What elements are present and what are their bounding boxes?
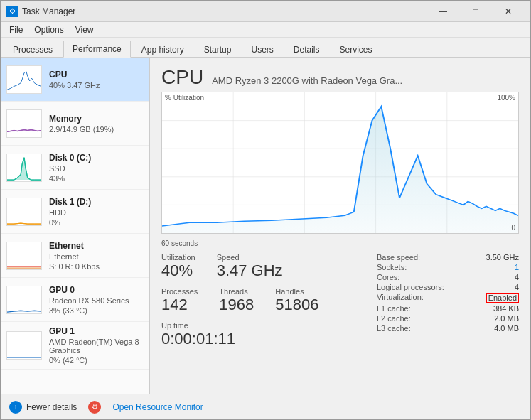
- virtualization-label: Virtualization:: [377, 293, 424, 303]
- fewer-details-button[interactable]: ↑ Fewer details: [9, 401, 77, 414]
- cores-row: Cores: 4: [377, 273, 519, 281]
- menu-options[interactable]: Options: [28, 23, 69, 36]
- sidebar-item-disk0[interactable]: Disk 0 (C:) SSD 43%: [1, 146, 149, 190]
- maximize-button[interactable]: □: [459, 1, 492, 22]
- tab-bar: Processes Performance App history Startu…: [1, 38, 530, 58]
- disk0-detail1: SSD: [49, 164, 144, 173]
- svg-rect-4: [7, 242, 41, 269]
- ethernet-label: Ethernet: [49, 241, 144, 251]
- tab-startup[interactable]: Startup: [195, 41, 241, 58]
- virtualization-value: Enabled: [486, 293, 519, 303]
- menu-file[interactable]: File: [4, 23, 28, 36]
- disk0-info: Disk 0 (C:) SSD 43%: [49, 153, 144, 183]
- l1-value: 384 KB: [493, 304, 519, 313]
- content-area: CPU 40% 3.47 GHz Memory 2.9/14.9 GB (19%…: [1, 58, 530, 394]
- memory-info: Memory 2.9/14.9 GB (19%): [49, 114, 144, 134]
- handles-label: Handles: [275, 287, 318, 296]
- virtualization-row: Virtualization: Enabled: [377, 293, 519, 303]
- gpu1-label: GPU 1: [49, 326, 144, 336]
- base-speed-label: Base speed:: [377, 253, 420, 262]
- tab-details[interactable]: Details: [284, 41, 329, 58]
- sidebar-item-memory[interactable]: Memory 2.9/14.9 GB (19%): [1, 102, 149, 146]
- fewer-details-icon: ↑: [9, 401, 22, 414]
- disk1-thumbnail: [6, 198, 42, 226]
- disk0-label: Disk 0 (C:): [49, 153, 144, 163]
- stats-row-1: Utilization 40% Speed 3.47 GHz: [161, 253, 377, 280]
- disk1-info: Disk 1 (D:) HDD 0%: [49, 197, 144, 227]
- window-title: Task Manager: [22, 6, 427, 16]
- tab-app-history[interactable]: App history: [132, 41, 193, 58]
- svg-marker-18: [162, 107, 518, 233]
- tab-performance[interactable]: Performance: [63, 41, 131, 58]
- base-speed-row: Base speed: 3.50 GHz: [377, 253, 519, 262]
- l2-row: L2 cache: 2.0 MB: [377, 314, 519, 323]
- task-manager-window: ⚙ Task Manager — □ ✕ File Options View P…: [0, 0, 531, 420]
- svg-rect-3: [7, 198, 41, 225]
- title-bar: ⚙ Task Manager — □ ✕: [1, 1, 530, 22]
- disk1-detail2: 0%: [49, 218, 144, 227]
- l2-value: 2.0 MB: [494, 314, 519, 323]
- speed-stat: Speed 3.47 GHz: [217, 253, 283, 280]
- chart-y-label: % Utilization: [165, 94, 204, 102]
- l1-row: L1 cache: 384 KB: [377, 304, 519, 313]
- uptime-label: Up time: [161, 321, 377, 330]
- close-button[interactable]: ✕: [492, 1, 525, 22]
- tab-services[interactable]: Services: [331, 41, 382, 58]
- uptime-value: 0:00:01:11: [161, 330, 377, 348]
- menu-view[interactable]: View: [70, 23, 100, 36]
- open-resource-monitor-link[interactable]: Open Resource Monitor: [112, 402, 203, 412]
- logical-row: Logical processors: 4: [377, 283, 519, 291]
- tab-processes[interactable]: Processes: [4, 41, 62, 58]
- footer: ↑ Fewer details ⚙ Open Resource Monitor: [1, 394, 530, 419]
- gpu0-label: GPU 0: [49, 285, 144, 295]
- main-resource-title: CPU: [161, 66, 203, 89]
- handles-value: 51806: [275, 296, 318, 314]
- logical-label: Logical processors:: [377, 283, 444, 291]
- logical-value: 4: [515, 283, 519, 291]
- threads-label: Threads: [219, 287, 254, 296]
- memory-detail: 2.9/14.9 GB (19%): [49, 125, 144, 134]
- details-panel: Base speed: 3.50 GHz Sockets: 1 Cores: 4…: [377, 253, 519, 348]
- l2-label: L2 cache:: [377, 314, 411, 323]
- svg-rect-7: [7, 286, 41, 313]
- chart-x-label: 60 seconds: [161, 239, 519, 247]
- utilization-label: Utilization: [161, 253, 195, 262]
- gpu1-detail2: 0% (42 °C): [49, 356, 144, 365]
- processes-label: Processes: [161, 287, 198, 296]
- gpu0-detail2: 3% (33 °C): [49, 306, 144, 315]
- disk0-detail2: 43%: [49, 174, 144, 183]
- sidebar-item-disk1[interactable]: Disk 1 (D:) HDD 0%: [1, 190, 149, 234]
- window-controls: — □ ✕: [427, 1, 525, 22]
- memory-thumbnail: [6, 109, 42, 138]
- gpu1-detail1: AMD Radeon(TM) Vega 8 Graphics: [49, 338, 144, 355]
- sidebar-item-gpu0[interactable]: GPU 0 Radeon RX 580 Series 3% (33 °C): [1, 278, 149, 322]
- sidebar: CPU 40% 3.47 GHz Memory 2.9/14.9 GB (19%…: [1, 58, 150, 394]
- main-panel: CPU AMD Ryzen 3 2200G with Radeon Vega G…: [150, 58, 530, 394]
- ethernet-detail1: Ethernet: [49, 252, 144, 261]
- main-title-row: CPU AMD Ryzen 3 2200G with Radeon Vega G…: [161, 66, 519, 89]
- cpu-thumbnail: [6, 65, 42, 94]
- utilization-value: 40%: [161, 262, 195, 280]
- svg-rect-0: [7, 66, 41, 93]
- cores-value: 4: [515, 273, 519, 281]
- sidebar-item-gpu1[interactable]: GPU 1 AMD Radeon(TM) Vega 8 Graphics 0% …: [1, 322, 149, 370]
- threads-value: 1968: [219, 296, 254, 314]
- sidebar-item-ethernet[interactable]: Ethernet Ethernet S: 0 R: 0 Kbps: [1, 234, 149, 278]
- minimize-button[interactable]: —: [427, 1, 459, 22]
- gpu0-detail1: Radeon RX 580 Series: [49, 296, 144, 305]
- threads-stat: Threads 1968: [219, 287, 254, 314]
- l3-label: L3 cache:: [377, 324, 411, 333]
- base-speed-value: 3.50 GHz: [486, 253, 519, 262]
- utilization-stat: Utilization 40%: [161, 253, 195, 280]
- uptime-stat: Up time 0:00:01:11: [161, 321, 377, 348]
- sockets-row: Sockets: 1: [377, 263, 519, 271]
- sidebar-item-cpu[interactable]: CPU 40% 3.47 GHz: [1, 58, 149, 102]
- speed-label: Speed: [217, 253, 283, 262]
- tab-users[interactable]: Users: [242, 41, 282, 58]
- virtualization-box: Enabled: [486, 293, 519, 303]
- sockets-value: 1: [515, 263, 519, 271]
- gpu1-info: GPU 1 AMD Radeon(TM) Vega 8 Graphics 0% …: [49, 326, 144, 365]
- disk1-detail1: HDD: [49, 208, 144, 217]
- l3-value: 4.0 MB: [494, 324, 519, 333]
- handles-stat: Handles 51806: [275, 287, 318, 314]
